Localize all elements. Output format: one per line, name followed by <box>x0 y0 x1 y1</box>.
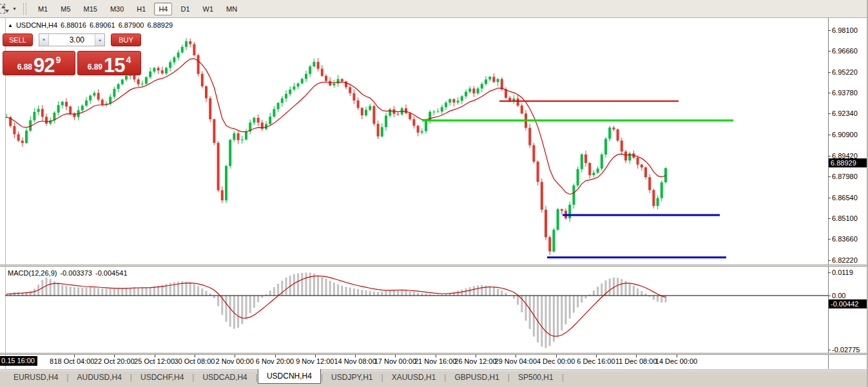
timeframe-button-H1[interactable]: H1 <box>132 3 150 15</box>
macd-axis-tick <box>828 350 831 350</box>
price-axis-label: 6.90900 <box>832 131 858 138</box>
one-click-trading-panel: SELL ▼ ▲ BUY 6.88 92 9 6.89 15 4 <box>3 33 141 75</box>
timeframe-button-D1[interactable]: D1 <box>176 3 194 15</box>
ohlc-low: 6.87900 <box>119 21 144 30</box>
chart-tabs-bar: EURUSD,H4|AUDUSD,H4|USDCHF,H4|USDCAD,H4|… <box>0 370 867 384</box>
buy-price-display[interactable]: 6.89 15 4 <box>77 51 141 75</box>
sell-price-display[interactable]: 6.88 92 9 <box>3 51 75 75</box>
time-axis-label: 14 Dec 00:00 <box>655 357 697 365</box>
macd-signal-value: -0.004541 <box>95 269 128 277</box>
tab-EURUSD-H4[interactable]: EURUSD,H4 <box>5 371 66 384</box>
macd-value: -0.003373 <box>60 269 92 277</box>
tab-USDCNH-H4[interactable]: USDCNH,H4 <box>258 369 321 384</box>
time-axis-label: 30 Oct 08:00 <box>174 357 215 365</box>
price-axis-label: 6.96660 <box>832 47 858 55</box>
chart-symbol-period: USDCNH,H4 <box>16 21 57 30</box>
time-axis-label: 21 Nov 16:00 <box>414 357 456 365</box>
sell-button[interactable]: SELL <box>3 33 33 46</box>
macd-name: MACD(12,26,9) <box>8 269 57 277</box>
price-axis-label: 6.93780 <box>832 89 858 97</box>
macd-axis-tick <box>828 272 831 273</box>
price-axis-label: 6.85100 <box>832 214 858 222</box>
sell-price-pips: 92 <box>34 56 54 75</box>
toolbar-dropdown-caret-icon[interactable]: ▼ <box>12 6 17 11</box>
price-axis-border <box>828 18 829 369</box>
price-axis-tick <box>828 113 831 114</box>
macd-axis-label: 0.0119 <box>832 269 853 276</box>
timeframe-button-M5[interactable]: M5 <box>56 3 75 15</box>
timeframe-button-M30[interactable]: M30 <box>106 3 128 15</box>
pane-splitter-upper[interactable] <box>0 265 867 267</box>
timeframe-button-MN[interactable]: MN <box>222 3 242 15</box>
toolbar-grip-handle[interactable] <box>23 3 26 15</box>
time-axis-label: 17 Nov 00:00 <box>374 357 416 365</box>
tab-XAUUSD-H1[interactable]: XAUUSD,H1 <box>383 371 445 384</box>
price-axis-tick <box>828 239 831 240</box>
time-axis-partial-label: 8 <box>50 357 53 365</box>
volume-increase-button[interactable]: ▲ <box>95 34 104 46</box>
ohlc-close: 6.88929 <box>147 21 173 30</box>
tab-USDJPY-H1[interactable]: USDJPY,H1 <box>323 371 381 384</box>
price-axis-label: 6.82220 <box>832 256 858 264</box>
tab-separator: | <box>562 373 564 382</box>
macd-indicator-label: MACD(12,26,9) -0.003373 -0.004541 <box>8 269 128 277</box>
tab-USDCAD-H4[interactable]: USDCAD,H4 <box>194 371 255 384</box>
volume-decrease-button[interactable]: ▼ <box>39 34 49 46</box>
time-axis-label: 9 Nov 12:00 <box>296 357 334 365</box>
timeframe-button-H4[interactable]: H4 <box>154 3 172 15</box>
timeframe-button-M1[interactable]: M1 <box>34 3 52 15</box>
price-axis-label: 6.86540 <box>832 194 858 202</box>
time-axis-label: 11 Dec 08:00 <box>615 357 657 365</box>
time-axis-label: 29 Nov 04:00 <box>495 357 537 365</box>
buy-price-pips: 15 <box>104 56 124 75</box>
time-axis-label: 14 Nov 08:00 <box>334 357 376 365</box>
price-axis-tick <box>828 72 831 73</box>
price-axis-tick <box>828 30 831 31</box>
time-axis-label: 26 Nov 12:00 <box>454 357 496 365</box>
tab-GBPUSD-H1[interactable]: GBPUSD,H1 <box>446 371 507 384</box>
ohlc-open: 6.88016 <box>61 21 86 30</box>
toolbar: ▼ M1M5M15M30H1H4D1W1MN <box>0 0 867 18</box>
macd-indicator-pane[interactable] <box>5 267 828 353</box>
price-axis-label: 6.98100 <box>832 26 858 34</box>
time-axis-highlighted-label: 0.15 16:00 <box>0 356 37 366</box>
price-axis-label: 6.87980 <box>832 173 858 180</box>
time-axis-label: 22 Oct 20:00 <box>94 357 135 365</box>
buy-price-base: 6.89 <box>88 62 102 71</box>
timeframe-button-M15[interactable]: M15 <box>79 3 102 15</box>
macd-current-value-box: -0.00442 <box>829 299 868 308</box>
time-axis-label: 25 Oct 12:00 <box>134 357 175 365</box>
price-axis-tick <box>828 198 831 198</box>
price-axis-tick <box>828 176 831 177</box>
volume-stepper: ▼ ▲ <box>39 33 105 46</box>
price-axis-tick <box>828 51 831 52</box>
price-axis-tick <box>828 93 831 93</box>
buy-price-point: 4 <box>126 55 131 65</box>
macd-axis-label: 0.00 <box>832 292 845 299</box>
tab-AUDUSD-H4[interactable]: AUDUSD,H4 <box>68 371 130 384</box>
price-axis-tick <box>828 260 831 261</box>
volume-input[interactable] <box>49 34 95 46</box>
chart-title: ▲ USDCNH,H4 6.88016 6.89061 6.87900 6.88… <box>8 21 173 30</box>
sell-price-base: 6.88 <box>17 62 32 71</box>
sell-price-point: 9 <box>56 55 61 65</box>
price-axis-tick <box>828 218 831 219</box>
price-axis-tick <box>828 135 831 135</box>
mt4-window: ▼ M1M5M15M30H1H4D1W1MN ▲ USDCNH,H4 6.880… <box>0 0 868 387</box>
time-axis-label: 18 Oct 04:00 <box>54 357 95 365</box>
current-price-box: 6.88929 <box>829 158 868 167</box>
time-axis-label: 4 Dec 00:00 <box>537 357 575 365</box>
price-axis-label: 6.95220 <box>832 68 858 76</box>
timeframe-button-W1[interactable]: W1 <box>198 3 218 15</box>
macd-axis-label: -0.02775 <box>832 346 860 354</box>
cycle-charts-icon[interactable] <box>0 4 10 14</box>
time-axis-label: 6 Nov 20:00 <box>256 357 294 365</box>
tab-SP500-H1[interactable]: SP500,H1 <box>510 371 562 384</box>
price-axis-tick <box>828 156 831 156</box>
bottom-strip <box>0 384 867 387</box>
ohlc-high: 6.89061 <box>90 21 115 30</box>
buy-button[interactable]: BUY <box>111 33 141 46</box>
tab-USDCHF-H4[interactable]: USDCHF,H4 <box>132 371 192 384</box>
timeframe-toolbar: M1M5M15M30H1H4D1W1MN <box>32 3 244 15</box>
time-axis[interactable]: 0.15 16:00 8 18 Oct 04:0022 Oct 20:0025 … <box>0 355 828 368</box>
